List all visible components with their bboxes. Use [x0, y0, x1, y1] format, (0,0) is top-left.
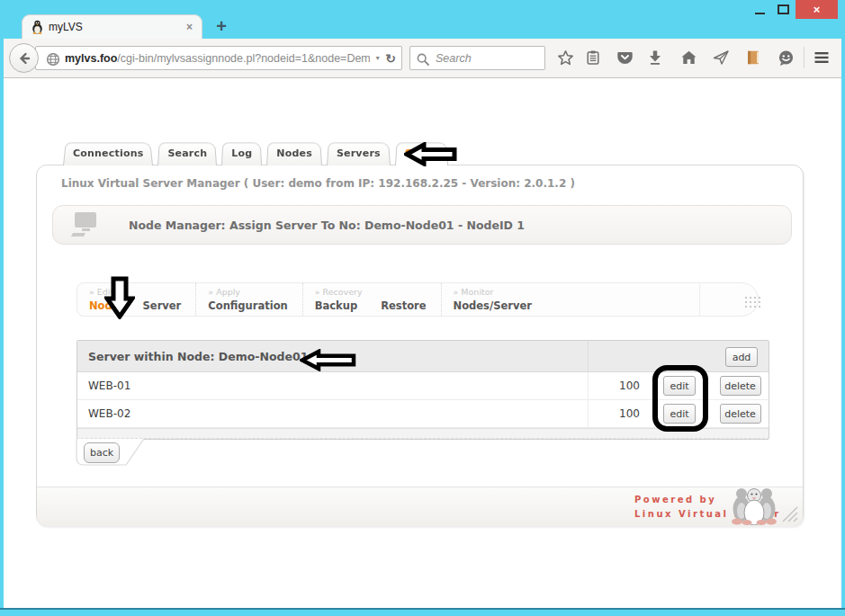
tux-favicon-icon	[31, 20, 43, 34]
back-button[interactable]	[9, 43, 39, 73]
subnav-item-server[interactable]: Server	[143, 299, 182, 312]
minimize-button[interactable]	[748, 0, 771, 19]
book-icon	[745, 49, 761, 66]
search-icon	[416, 52, 430, 67]
server-weight: 100	[588, 372, 647, 399]
hello-button[interactable]	[775, 48, 796, 67]
close-icon: ×	[814, 3, 821, 16]
url-path: /cgi-bin/mylvsassignnode.pl?nodeid=1&nod…	[117, 52, 370, 65]
home-button[interactable]	[678, 48, 699, 67]
new-tab-button[interactable]: +	[212, 16, 230, 36]
url-dropdown-icon[interactable]: ▼	[370, 55, 385, 61]
column-divider	[588, 341, 589, 371]
search-input[interactable]	[434, 51, 541, 66]
tab-servers[interactable]: Servers	[327, 141, 391, 165]
url-bar[interactable]: mylvs.foo/cgi-bin/mylvsassignnode.pl?nod…	[35, 46, 402, 70]
tab-nodes[interactable]: Nodes	[266, 141, 322, 165]
annotation-arrow-node	[104, 276, 135, 319]
window-frame-right	[841, 39, 845, 610]
annotation-arrow-table-title	[300, 349, 357, 371]
server-weight: 100	[588, 400, 647, 427]
subnav-group-apply: » Apply Configuration	[195, 283, 301, 316]
search-bar[interactable]	[409, 46, 545, 70]
toolbar-divider	[804, 47, 805, 68]
maximize-icon	[778, 4, 789, 14]
app-tab-bar: Connections Search Log Nodes Servers Set…	[63, 141, 453, 165]
footer-dashed-divider	[76, 438, 769, 439]
subnav-category: » Apply	[208, 287, 287, 297]
delete-button[interactable]: delete	[720, 404, 761, 424]
reload-icon[interactable]: ↻	[385, 51, 396, 66]
back-arrow-icon	[17, 51, 31, 66]
tab-connections[interactable]: Connections	[63, 141, 153, 165]
resize-grip-icon[interactable]	[781, 505, 801, 523]
subnav-category: » Recovery	[315, 287, 427, 297]
subnav-item-backup[interactable]: Backup	[315, 299, 357, 312]
sidebar-book-button[interactable]	[742, 48, 764, 67]
star-icon	[557, 49, 574, 67]
server-table-title: Server within Node: Demo-Node01	[88, 350, 308, 363]
url-text[interactable]: mylvs.foo/cgi-bin/mylvsassignnode.pl?nod…	[65, 52, 370, 65]
subnav-category: » Edit	[89, 287, 181, 297]
annotation-box-edit-buttons	[652, 365, 708, 432]
window-frame-left	[0, 39, 4, 610]
close-button[interactable]: ×	[796, 0, 838, 19]
drag-grip-icon[interactable]	[745, 297, 747, 299]
lvs-manager-heading: Linux Virtual Server Manager ( User: dem…	[61, 177, 575, 190]
pocket-icon	[616, 49, 634, 66]
download-icon	[647, 49, 663, 66]
pocket-button[interactable]	[614, 48, 635, 67]
hamburger-menu-icon	[814, 50, 830, 65]
reading-list-icon	[585, 49, 601, 66]
downloads-button[interactable]	[644, 48, 666, 67]
subnav-category: » Monitor	[454, 287, 532, 297]
smiley-chat-icon	[778, 49, 795, 67]
home-icon	[680, 49, 697, 66]
reading-list-button[interactable]	[582, 48, 604, 67]
url-host: mylvs.foo	[65, 52, 117, 65]
minimize-icon	[755, 13, 765, 14]
subnav-end-cap	[699, 283, 758, 316]
tab-close-icon[interactable]: ×	[184, 21, 194, 33]
server-name: WEB-01	[77, 379, 588, 392]
delete-button[interactable]: delete	[720, 376, 761, 396]
bookmark-star-button[interactable]	[554, 48, 576, 67]
maximize-button[interactable]	[771, 0, 795, 19]
annotation-arrow-setup	[404, 142, 458, 166]
add-button[interactable]: add	[725, 347, 758, 367]
back-button-app[interactable]: back	[84, 442, 120, 463]
browser-tab[interactable]: myLVS ×	[22, 14, 202, 39]
subnav-item-restore[interactable]: Restore	[381, 299, 426, 312]
paper-plane-icon	[713, 49, 730, 66]
computer-icon	[69, 211, 98, 238]
subnav-item-nodes-server[interactable]: Nodes/Server	[454, 299, 532, 312]
subnav-group-edit: » Edit Node Server	[77, 283, 195, 316]
globe-icon	[46, 52, 60, 67]
browser-tab-title: myLVS	[49, 21, 184, 33]
tab-log[interactable]: Log	[221, 141, 262, 165]
menu-button[interactable]	[811, 48, 832, 67]
node-manager-header: Node Manager: Assign Server To No: Demo-…	[52, 205, 792, 245]
lvs-penguins-logo	[729, 482, 779, 525]
node-manager-title: Node Manager: Assign Server To No: Demo-…	[129, 219, 525, 232]
subnav-group-recovery: » Recovery Backup Restore	[302, 283, 441, 316]
subnav-group-monitor: » Monitor Nodes/Server	[441, 283, 546, 316]
subnav-item-configuration[interactable]: Configuration	[208, 299, 287, 312]
share-button[interactable]	[710, 48, 732, 67]
window-frame-bottom	[0, 610, 845, 616]
server-name: WEB-02	[77, 407, 588, 420]
tab-search[interactable]: Search	[157, 141, 217, 165]
subnav-bar: » Edit Node Server » Apply Configuration…	[76, 282, 759, 317]
